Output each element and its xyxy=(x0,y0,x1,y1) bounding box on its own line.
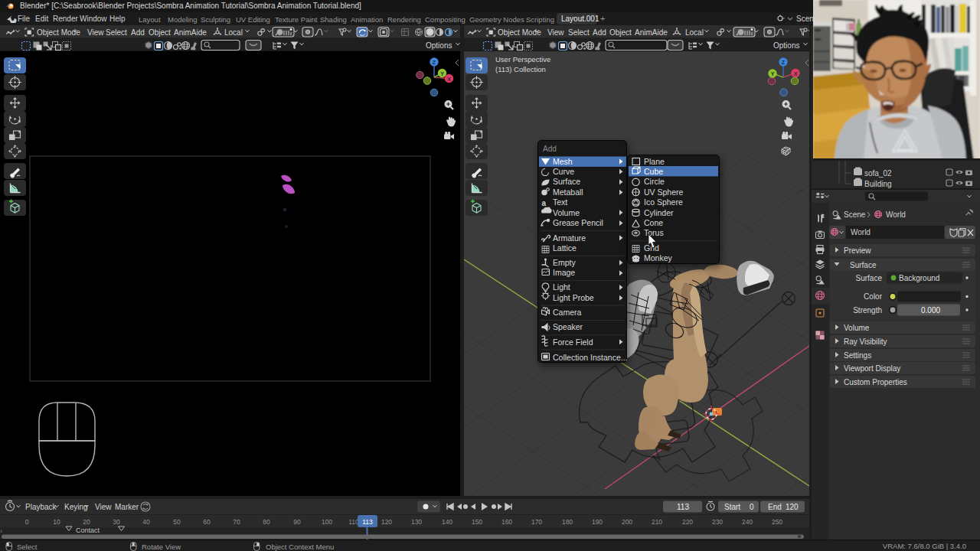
svg-text:Strength: Strength xyxy=(853,306,882,315)
svg-text:Force Field: Force Field xyxy=(553,337,593,347)
svg-text:0: 0 xyxy=(750,503,754,511)
svg-text:Settings: Settings xyxy=(844,351,871,360)
svg-text:20: 20 xyxy=(83,518,90,526)
svg-text:170: 170 xyxy=(531,518,542,526)
svg-text:Monkey: Monkey xyxy=(644,253,673,262)
svg-text:110: 110 xyxy=(348,518,359,526)
svg-text:Volume: Volume xyxy=(844,324,870,332)
svg-text:120: 120 xyxy=(786,503,799,511)
svg-text:180: 180 xyxy=(562,518,573,526)
svg-text:Image: Image xyxy=(553,268,575,277)
svg-text:Preview: Preview xyxy=(844,246,871,255)
svg-text:sofa_02: sofa_02 xyxy=(864,169,892,178)
svg-text:10: 10 xyxy=(53,518,60,526)
svg-text:Select: Select xyxy=(17,543,38,551)
svg-text:Surface: Surface xyxy=(553,177,580,186)
svg-text:Text: Text xyxy=(553,197,567,207)
svg-text:113: 113 xyxy=(677,503,689,511)
svg-text:130: 130 xyxy=(411,518,422,526)
svg-text:50: 50 xyxy=(173,518,181,526)
svg-text:UV Sphere: UV Sphere xyxy=(644,187,684,197)
svg-text:Volume: Volume xyxy=(553,208,580,217)
svg-text:Camera: Camera xyxy=(553,308,582,317)
svg-text:Lattice: Lattice xyxy=(553,243,577,253)
svg-text:60: 60 xyxy=(203,518,211,526)
svg-text:90: 90 xyxy=(293,518,301,526)
svg-text:Curve: Curve xyxy=(553,167,574,176)
svg-text:210: 210 xyxy=(652,518,662,526)
svg-text:Contact: Contact xyxy=(76,527,100,534)
svg-text:Speaker: Speaker xyxy=(553,322,583,331)
svg-text:X: X xyxy=(447,77,451,82)
svg-text:190: 190 xyxy=(592,518,603,526)
svg-text:Surface: Surface xyxy=(850,261,877,269)
svg-text:(113) Collection: (113) Collection xyxy=(495,65,546,73)
svg-text:Surface: Surface xyxy=(856,274,883,282)
svg-text:Add: Add xyxy=(543,145,557,153)
svg-text:World: World xyxy=(851,228,871,236)
svg-text:230: 230 xyxy=(712,518,723,526)
svg-text:Grease Pencil: Grease Pencil xyxy=(553,218,603,227)
svg-text:Marker: Marker xyxy=(115,503,139,511)
svg-text:Keying: Keying xyxy=(64,503,88,511)
svg-text:X: X xyxy=(794,71,798,77)
svg-text:Empty: Empty xyxy=(553,258,577,267)
svg-text:Rotate View: Rotate View xyxy=(142,543,181,551)
svg-text:120: 120 xyxy=(381,518,392,526)
svg-text:Circle: Circle xyxy=(644,177,665,186)
svg-text:Y: Y xyxy=(440,71,444,77)
svg-text:Z: Z xyxy=(782,60,786,65)
svg-text:Scene: Scene xyxy=(844,210,866,219)
svg-text:Color: Color xyxy=(864,292,883,301)
svg-text:Z: Z xyxy=(433,60,436,65)
svg-text:Start: Start xyxy=(724,503,740,511)
svg-text:200: 200 xyxy=(622,518,632,526)
svg-text:Plane: Plane xyxy=(644,157,665,166)
svg-text:0.000: 0.000 xyxy=(921,306,940,315)
svg-text:View: View xyxy=(95,503,112,511)
svg-text:Collection Instance...: Collection Instance... xyxy=(553,353,627,362)
svg-text:80: 80 xyxy=(263,518,270,526)
svg-text:Cylinder: Cylinder xyxy=(644,208,674,217)
svg-text:Y: Y xyxy=(771,71,775,77)
svg-text:Viewport Display: Viewport Display xyxy=(844,364,900,373)
svg-text:Mesh: Mesh xyxy=(553,157,573,166)
svg-text:Object Context Menu: Object Context Menu xyxy=(266,543,334,551)
svg-text:Cube: Cube xyxy=(644,167,663,176)
svg-text:0: 0 xyxy=(25,518,29,526)
svg-text:Ray Visibility: Ray Visibility xyxy=(844,337,887,346)
svg-text:Background: Background xyxy=(899,274,939,282)
svg-text:150: 150 xyxy=(472,518,482,526)
svg-text:Ico Sphere: Ico Sphere xyxy=(644,197,683,207)
svg-text:30: 30 xyxy=(113,518,120,526)
svg-text:World: World xyxy=(886,210,906,219)
svg-text:Armature: Armature xyxy=(553,233,586,243)
svg-text:Light Probe: Light Probe xyxy=(553,293,594,302)
svg-text:a: a xyxy=(542,199,547,207)
svg-text:Playback: Playback xyxy=(25,503,57,511)
svg-text:Custom Properties: Custom Properties xyxy=(844,378,907,386)
svg-text:70: 70 xyxy=(233,518,240,526)
svg-text:220: 220 xyxy=(682,518,693,526)
svg-text:Building: Building xyxy=(864,180,892,188)
svg-text:End: End xyxy=(768,503,782,511)
svg-text:250: 250 xyxy=(772,518,782,526)
svg-text:100: 100 xyxy=(322,518,332,526)
svg-text:140: 140 xyxy=(442,518,452,526)
svg-text:Cone: Cone xyxy=(644,218,663,227)
svg-text:Light: Light xyxy=(553,282,570,292)
svg-text:160: 160 xyxy=(501,518,512,526)
svg-text:113: 113 xyxy=(362,518,373,526)
svg-text:40: 40 xyxy=(142,518,150,526)
svg-text:Metaball: Metaball xyxy=(553,187,583,197)
svg-text:240: 240 xyxy=(742,518,753,526)
svg-text:User Perspective: User Perspective xyxy=(495,55,550,64)
